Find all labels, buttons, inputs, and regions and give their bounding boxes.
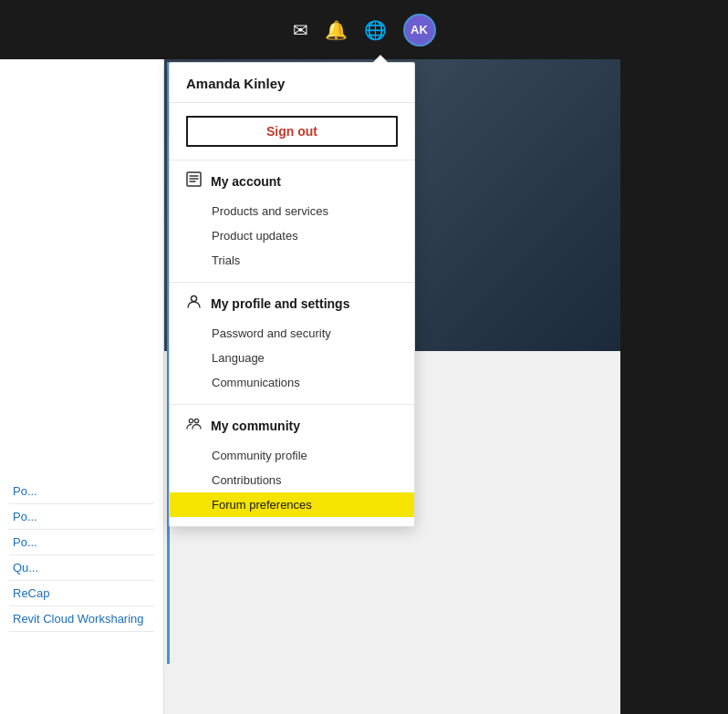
forum-preferences-link[interactable]: Forum preferences xyxy=(170,492,414,517)
dropdown-username: Amanda Kinley xyxy=(170,63,414,103)
sidebar-item-3[interactable]: Qu... xyxy=(9,555,154,581)
sidebar-item-0[interactable]: Po... xyxy=(9,479,154,504)
svg-point-2 xyxy=(189,419,192,422)
password-security-link[interactable]: Password and security xyxy=(170,321,414,346)
community-icon xyxy=(186,416,202,436)
my-profile-title: My profile and settings xyxy=(211,296,349,311)
nav-icons-group: ✉ 🔔 🌐 AK xyxy=(293,14,436,47)
sidebar-item-4[interactable]: ReCap xyxy=(9,581,154,606)
globe-icon[interactable]: 🌐 xyxy=(364,19,387,41)
svg-point-1 xyxy=(192,296,197,302)
my-profile-header: My profile and settings xyxy=(170,294,414,321)
top-navbar: ✉ 🔔 🌐 AK xyxy=(0,0,728,59)
svg-point-3 xyxy=(194,419,198,422)
community-profile-link[interactable]: Community profile xyxy=(170,443,414,468)
products-and-services-link[interactable]: Products and services xyxy=(170,199,414,223)
sidebar-item-1[interactable]: Po... xyxy=(9,504,154,530)
signout-area: Sign out xyxy=(170,103,414,160)
account-icon xyxy=(186,171,202,191)
trials-link[interactable]: Trials xyxy=(170,248,414,273)
my-account-header: My account xyxy=(170,171,414,199)
right-dark-panel xyxy=(620,0,728,714)
communications-link[interactable]: Communications xyxy=(170,370,414,395)
bell-icon[interactable]: 🔔 xyxy=(325,19,348,41)
sidebar: Po... Po... Po... Qu... ReCap Revit Clou… xyxy=(0,59,164,714)
sidebar-items-list: Po... Po... Po... Qu... ReCap Revit Clou… xyxy=(0,59,163,632)
user-dropdown-menu: Amanda Kinley Sign out My account Produc… xyxy=(169,62,415,527)
language-link[interactable]: Language xyxy=(170,346,414,370)
avatar[interactable]: AK xyxy=(403,14,436,47)
my-account-section: My account Products and services Product… xyxy=(170,160,414,283)
my-community-header: My community xyxy=(170,416,414,443)
my-community-section: My community Community profile Contribut… xyxy=(170,405,414,526)
sidebar-item-5[interactable]: Revit Cloud Worksharing xyxy=(9,606,154,632)
profile-icon xyxy=(186,294,202,314)
sidebar-item-2[interactable]: Po... xyxy=(9,530,154,555)
my-account-title: My account xyxy=(211,174,281,189)
mail-icon[interactable]: ✉ xyxy=(293,19,308,41)
product-updates-link[interactable]: Product updates xyxy=(170,223,414,248)
contributions-link[interactable]: Contributions xyxy=(170,468,414,492)
my-community-title: My community xyxy=(211,419,300,433)
my-profile-section: My profile and settings Password and sec… xyxy=(170,283,414,405)
signout-button[interactable]: Sign out xyxy=(186,116,398,147)
